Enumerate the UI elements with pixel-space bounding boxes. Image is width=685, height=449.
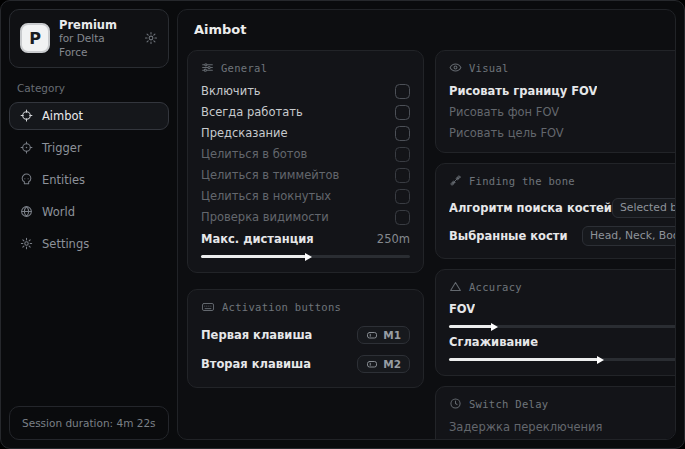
brand-subtitle: for Delta Force xyxy=(59,32,135,58)
brand-block: Premium for Delta Force xyxy=(59,18,135,59)
card-general-title: General xyxy=(201,61,410,74)
slider-label: FOV xyxy=(449,302,475,316)
keyboard-icon xyxy=(201,300,215,314)
card-activation-buttons: Activation buttons Первая клавиша M1 Вто… xyxy=(187,289,424,388)
visual-row: Рисовать фон FOV xyxy=(449,104,676,120)
toggle-label: Проверка видимости xyxy=(201,210,329,224)
session-duration-text: Session duration: 4m 22s xyxy=(22,417,156,429)
fov-slider[interactable] xyxy=(449,325,676,328)
sidebar-item-label: Aimbot xyxy=(42,109,83,123)
visual-label: Рисовать фон FOV xyxy=(449,105,559,119)
slider-label: Сглаживание xyxy=(449,335,538,349)
card-finding-bone: Finding the bone Алгоритм поиска костей … xyxy=(435,163,676,259)
keybind-label: Вторая клавиша xyxy=(201,357,311,371)
toggle-label: Всегда работать xyxy=(201,105,303,119)
slider-fov: FOV 60° xyxy=(449,302,676,328)
toggle-row: Проверка видимости xyxy=(201,209,410,225)
checkbox-target-bots[interactable] xyxy=(395,147,410,162)
checkbox-target-teammates[interactable] xyxy=(395,168,410,183)
triangle-icon xyxy=(449,280,462,293)
keybind-row: Первая клавиша M1 xyxy=(201,323,410,347)
sliders-icon xyxy=(201,61,214,74)
checkbox-enable[interactable] xyxy=(395,84,410,99)
entities-icon xyxy=(20,173,33,186)
trigger-icon xyxy=(20,141,33,154)
column-left: General Включить Всегда работать Предска… xyxy=(187,50,424,388)
page-title: Aimbot xyxy=(194,22,659,37)
bone-row: Алгоритм поиска костей Selected bone xyxy=(449,196,676,219)
bone-icon xyxy=(449,174,462,187)
toggle-row: Целиться в ботов xyxy=(201,146,410,162)
toggle-row: Задержка переключения xyxy=(449,419,676,435)
sidebar-item-world[interactable]: World xyxy=(9,198,169,226)
sidebar-item-label: Trigger xyxy=(42,141,82,155)
sidebar-nav: Aimbot Trigger Entities World Settings xyxy=(9,102,169,258)
slider-label: Макс. дистанция xyxy=(201,232,314,246)
toggle-row: Предсказание xyxy=(201,125,410,141)
slider-max-distance: Макс. дистанция 250m xyxy=(201,232,410,258)
bone-row: Выбранные кости Head, Neck, Body, Pe... xyxy=(449,224,676,247)
brand-title: Premium xyxy=(59,18,135,32)
card-accuracy: Accuracy FOV 60° Сглаживание xyxy=(435,269,676,376)
card-switch-delay-title: Switch Delay xyxy=(449,397,676,410)
globe-icon xyxy=(20,205,33,218)
toggle-label: Целиться в ботов xyxy=(201,147,307,161)
selected-bones-dropdown[interactable]: Head, Neck, Body, Pe... xyxy=(582,226,676,246)
slider-thumb[interactable] xyxy=(305,253,312,261)
toggle-row: Всегда работать xyxy=(201,104,410,120)
clock-icon xyxy=(449,397,462,410)
card-activation-title: Activation buttons xyxy=(201,300,410,314)
sidebar-item-trigger[interactable]: Trigger xyxy=(9,134,169,162)
toggle-row: Включить xyxy=(201,83,410,99)
keybind-button-second[interactable]: M2 xyxy=(357,355,410,373)
bone-label: Выбранные кости xyxy=(449,229,568,243)
toggle-label: Задержка переключения xyxy=(449,420,602,434)
mouse-icon xyxy=(366,329,378,341)
toggle-label: Включить xyxy=(201,84,261,98)
keybind-button-first[interactable]: M1 xyxy=(357,326,410,344)
card-switch-delay: Switch Delay Задержка переключения Задер… xyxy=(435,386,676,440)
visual-label: Рисовать цель FOV xyxy=(449,126,564,140)
column-right: Visual Рисовать границу FOV Рисовать фон… xyxy=(435,50,676,440)
checkbox-target-knocked[interactable] xyxy=(395,189,410,204)
keybind-label: Первая клавиша xyxy=(201,328,312,342)
toggle-row: Целиться в тиммейтов xyxy=(201,167,410,183)
content: General Включить Всегда работать Предска… xyxy=(178,48,675,440)
toggle-label: Целиться в тиммейтов xyxy=(201,168,339,182)
slider-value: 250m xyxy=(377,232,410,246)
sidebar: P Premium for Delta Force Category Aimbo… xyxy=(1,1,177,448)
sidebar-item-label: Entities xyxy=(42,173,85,187)
premium-card: P Premium for Delta Force xyxy=(9,9,169,68)
sidebar-item-aimbot[interactable]: Aimbot xyxy=(9,102,169,130)
toggle-label: Предсказание xyxy=(201,126,288,140)
visual-row: Рисовать границу FOV xyxy=(449,83,676,99)
session-duration-card: Session duration: 4m 22s xyxy=(9,406,169,440)
smoothing-slider[interactable] xyxy=(449,358,676,361)
card-bone-title: Finding the bone xyxy=(449,174,676,187)
checkbox-prediction[interactable] xyxy=(395,126,410,141)
visual-row: Рисовать цель FOV xyxy=(449,125,676,141)
category-label: Category xyxy=(17,82,169,94)
slider-smoothing: Сглаживание 50% xyxy=(449,335,676,361)
eye-icon xyxy=(449,61,462,74)
main-header: Aimbot xyxy=(178,10,675,48)
slider-thumb[interactable] xyxy=(597,356,604,364)
max-distance-slider[interactable] xyxy=(201,255,410,258)
visual-label: Рисовать границу FOV xyxy=(449,84,597,98)
sidebar-item-entities[interactable]: Entities xyxy=(9,166,169,194)
toggle-row: Целиться в нокнутых xyxy=(201,188,410,204)
sidebar-item-settings[interactable]: Settings xyxy=(9,230,169,258)
checkbox-always-work[interactable] xyxy=(395,105,410,120)
premium-gear-icon[interactable] xyxy=(144,31,158,45)
card-accuracy-title: Accuracy xyxy=(449,280,676,293)
keybind-row: Вторая клавиша M2 xyxy=(201,352,410,376)
card-visual: Visual Рисовать границу FOV Рисовать фон… xyxy=(435,50,676,153)
bone-label: Алгоритм поиска костей xyxy=(449,201,612,215)
sidebar-item-label: Settings xyxy=(42,237,89,251)
slider-thumb[interactable] xyxy=(491,323,498,331)
checkbox-visibility-check[interactable] xyxy=(395,210,410,225)
bone-algorithm-dropdown[interactable]: Selected bone xyxy=(612,198,676,218)
app-logo: P xyxy=(20,23,50,53)
app-window: P Premium for Delta Force Category Aimbo… xyxy=(0,0,685,449)
main-panel: Aimbot General Включить Всегда работат xyxy=(177,9,676,440)
